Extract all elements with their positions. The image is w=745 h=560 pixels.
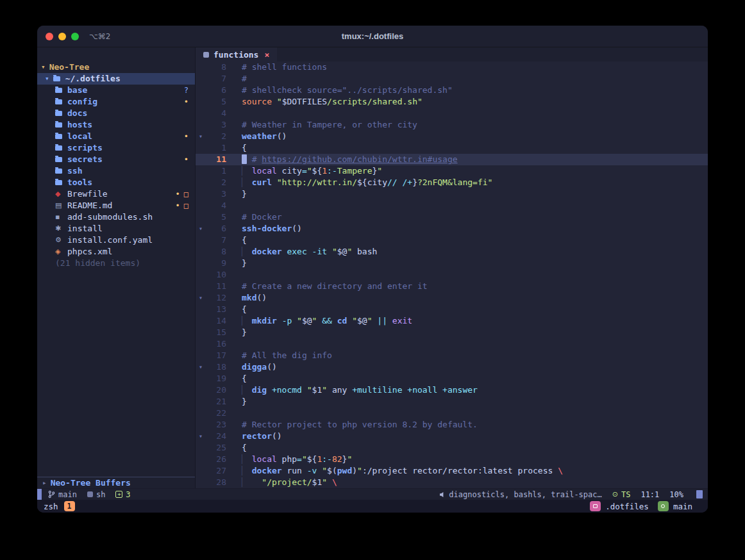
code-line[interactable]: 5source "$DOTFILES/scripts/shared.sh" [196,96,708,108]
tmux-right-status: .dotfiles main [590,501,701,511]
neotree-buffers-header[interactable]: ▸ Neo-Tree Buffers [37,477,195,488]
tree-item[interactable]: ◆Brewfile•□ [37,188,195,200]
git-status-badge: • [184,96,188,108]
code-line[interactable]: 9} [196,258,708,269]
code-line[interactable]: ▾2weather() [196,131,708,142]
tree-item-label: README.md [67,200,112,211]
tab-close-icon[interactable]: × [264,50,269,60]
tree-item[interactable]: local• [37,131,195,142]
line-number: 1 [206,165,226,177]
code-line[interactable]: 21} [196,396,708,408]
git-status-badges: • [184,96,188,108]
git-status-badge: • [184,154,188,165]
code-line[interactable]: 7{ [196,235,708,246]
git-status-badges: •□ [176,188,188,200]
code-line[interactable]: ▾24rector() [196,431,708,442]
yaml-config-icon: ⚙ [55,235,65,246]
line-number: 4 [206,108,226,119]
code-line[interactable]: 1{ [196,142,708,154]
code-line[interactable]: 3} [196,188,708,200]
close-window-button[interactable] [46,33,53,40]
folder-icon [55,134,65,139]
code-line[interactable]: 5# Docker [196,211,708,223]
tree-item[interactable]: ssh [37,165,195,177]
code-line[interactable]: 25{ [196,442,708,454]
fold-arrow-icon[interactable]: ▾ [196,361,206,373]
fold-column [196,338,206,350]
code-text [226,108,242,119]
neotree-header[interactable]: ▾ Neo-Tree [37,62,195,73]
code-line[interactable]: 6# shellcheck source="../scripts/shared.… [196,85,708,96]
git-status-badge: □ [184,200,188,211]
tree-item[interactable]: ⚙install.conf.yaml [37,235,195,246]
fold-column [196,384,206,396]
neotree-root-item[interactable]: ▾ ~/.dotfiles [37,73,195,85]
line-number: 1 [206,142,226,154]
tab-functions[interactable]: functions × [196,47,277,62]
tree-item[interactable]: base? [37,85,195,96]
code-line[interactable]: ▾6ssh-docker() [196,223,708,235]
folder-icon [55,157,65,162]
fold-arrow-icon[interactable]: ▾ [196,292,206,304]
tree-item[interactable]: scripts [37,142,195,154]
folder-icon [55,145,65,151]
code-line[interactable]: 1▏ local city="${1:-Tampere}" [196,165,708,177]
tree-item[interactable]: ✱install [37,223,195,235]
code-line[interactable]: 20▏ dig +nocmd "$1" any +multiline +noal… [196,384,708,396]
line-number: 26 [206,454,226,465]
tree-item[interactable]: tools [37,177,195,188]
code-line[interactable]: 13{ [196,304,708,315]
statusline-right: diagnosticls, bashls, trail-spac… ⊙ TS 1… [439,490,708,499]
line-number: 17 [206,350,226,361]
tree-item-label: tools [67,177,92,188]
code-line[interactable]: 2▏ curl "http://wttr.in/${city// /+}?2nF… [196,177,708,188]
code-line[interactable]: 8# shell functions [196,62,708,73]
fold-arrow-icon[interactable]: ▾ [196,131,206,142]
code-line[interactable]: 16 [196,338,708,350]
code-area[interactable]: 8# shell functions7#6# shellcheck source… [196,62,708,488]
line-number: 14 [206,315,226,327]
tree-item[interactable]: docs [37,108,195,119]
code-line[interactable]: 17# All the dig info [196,350,708,361]
tree-item[interactable]: config• [37,96,195,108]
tree-item[interactable]: secrets• [37,154,195,165]
code-line[interactable]: ▾18digga() [196,361,708,373]
code-text: source "$DOTFILES/scripts/shared.sh" [226,96,423,108]
fold-column [196,211,206,223]
code-line[interactable]: 26▏ local php="${1:-82}" [196,454,708,465]
git-status-badges: • [184,154,188,165]
code-line[interactable]: 3# Weather in Tampere, or other city [196,119,708,131]
code-line[interactable]: 11# Create a new directory and enter it [196,281,708,292]
window-title: tmux:~/.dotfiles [37,31,708,41]
minimize-window-button[interactable] [58,33,66,40]
code-line[interactable]: 4 [196,108,708,119]
lsp-clients-label: diagnosticls, bashls, trail-spac… [449,490,601,499]
tree-item[interactable]: ▤README.md•□ [37,200,195,211]
line-number: 11 [206,281,226,292]
statusline: main sh + 3 diagnosticls, bashls, trail-… [37,488,708,500]
code-line[interactable]: 4 [196,200,708,211]
code-line[interactable]: 22 [196,408,708,419]
code-line[interactable]: 23# Rector project to php version 8.2 by… [196,419,708,431]
code-line[interactable]: 28▏ "/project/$1" \ [196,477,708,488]
fold-column [196,200,206,211]
code-line[interactable]: 19{ [196,373,708,384]
tmux-window-index-badge[interactable]: 1 [64,501,75,511]
fold-arrow-icon[interactable]: ▾ [196,431,206,442]
fold-arrow-icon[interactable]: ▾ [196,223,206,235]
tree-item[interactable]: hosts [37,119,195,131]
tree-item[interactable]: ◈phpcs.xml [37,246,195,258]
code-line[interactable]: 14▏ mkdir -p "$@" && cd "$@" || exit [196,315,708,327]
tree-item[interactable]: ▪add-submodules.sh [37,211,195,223]
tree-item-label: add-submodules.sh [67,211,153,223]
code-line[interactable]: 10 [196,269,708,281]
code-line[interactable]: ▾12mkd() [196,292,708,304]
code-line[interactable]: 8▏ docker exec -it "$@" bash [196,246,708,258]
line-number: 2 [206,177,226,188]
code-line[interactable]: 15} [196,327,708,338]
code-line-current[interactable]: 11 # https://github.com/chubin/wttr.in#u… [196,154,708,165]
code-line[interactable]: 27▏ docker run -v "$(pwd)":/project rect… [196,465,708,477]
code-line[interactable]: 7# [196,73,708,85]
line-number: 21 [206,396,226,408]
zoom-window-button[interactable] [71,33,79,40]
